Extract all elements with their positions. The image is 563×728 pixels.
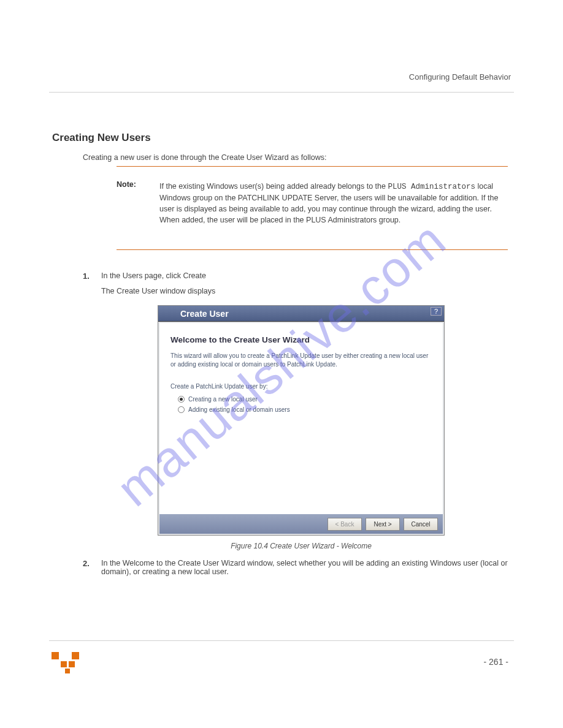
dialog-heading: Welcome to the Create User Wizard xyxy=(170,335,432,344)
note-code: PLUS Administrators xyxy=(388,183,475,191)
intro-text: Creating a new user is done through the … xyxy=(83,152,508,163)
footer-divider xyxy=(49,640,514,641)
header-divider xyxy=(49,92,514,93)
figure-caption: Figure 10.4 Create User Wizard - Welcome xyxy=(158,542,445,550)
radio-label-1: Creating a new local user xyxy=(188,396,258,403)
step-1-text: In the Users page, click Create xyxy=(101,271,206,280)
step-2-text: In the Welcome to the Create User Wizard… xyxy=(101,559,508,576)
note-label: Note: xyxy=(117,180,136,189)
step-1-result: The Create User window displays xyxy=(101,287,215,295)
dialog-body: Welcome to the Create User Wizard This w… xyxy=(159,323,443,514)
logo-square xyxy=(72,652,79,659)
help-icon[interactable]: ? xyxy=(431,307,442,316)
radio-icon-selected xyxy=(178,396,185,403)
step-1-number: 1. xyxy=(83,271,90,281)
dialog-footer: < Back Next > Cancel xyxy=(159,514,443,534)
logo-square xyxy=(65,669,70,673)
section-title: Creating New Users xyxy=(52,132,151,144)
dialog-titlebar: Create User ? xyxy=(158,306,444,322)
page-breadcrumb: Configuring Default Behavior xyxy=(409,72,511,82)
dialog-title: Create User xyxy=(158,309,229,319)
logo-square xyxy=(52,652,59,659)
radio-create-new-local-user[interactable]: Creating a new local user xyxy=(178,396,432,403)
cancel-button[interactable]: Cancel xyxy=(404,518,438,531)
back-button: < Back xyxy=(327,518,362,531)
page-number: - 261 - xyxy=(484,657,508,667)
logo-square xyxy=(69,661,75,667)
note-top-rule xyxy=(117,166,508,167)
logo-square xyxy=(61,661,67,667)
create-user-dialog: Create User ? Welcome to the Create User… xyxy=(158,305,445,536)
note-body: If the existing Windows user(s) being ad… xyxy=(159,181,505,226)
note-bottom-rule xyxy=(117,249,508,250)
step-2-number: 2. xyxy=(83,559,90,568)
radio-add-existing-users[interactable]: Adding existing local or domain users xyxy=(178,406,432,413)
dialog-subprompt: Create a PatchLink Update user by: xyxy=(170,383,432,390)
note-part1: If the existing Windows user(s) being ad… xyxy=(159,182,388,191)
radio-icon-unselected xyxy=(178,406,185,413)
radio-label-2: Adding existing local or domain users xyxy=(188,406,290,413)
dialog-description: This wizard will allow you to create a P… xyxy=(170,352,432,368)
next-button[interactable]: Next > xyxy=(366,518,400,531)
